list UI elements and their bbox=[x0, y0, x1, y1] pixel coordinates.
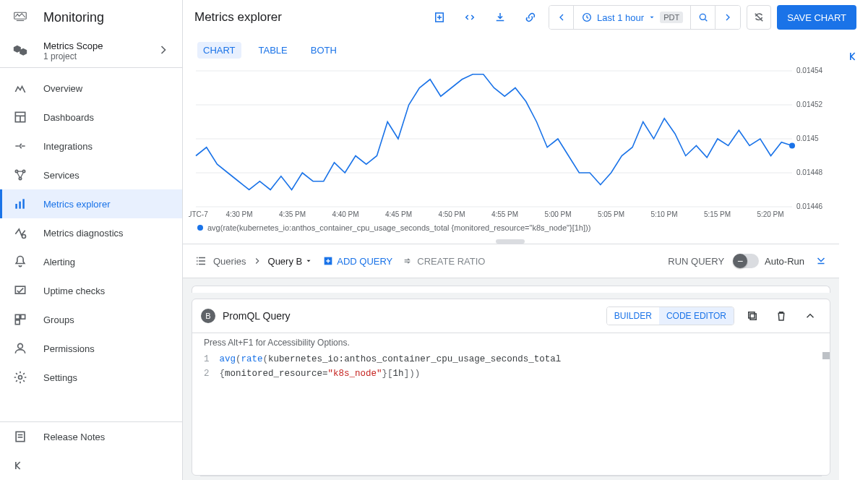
sidebar-item-release-notes[interactable]: Release Notes bbox=[0, 422, 182, 451]
svg-point-18 bbox=[19, 376, 22, 380]
create-ratio-button[interactable]: CREATE RATIO bbox=[403, 255, 485, 267]
zoom-icon bbox=[697, 12, 709, 23]
metrics-scope-selector[interactable]: Metrics Scope 1 project bbox=[0, 35, 182, 68]
delete-query-button[interactable] bbox=[770, 305, 792, 327]
svg-text:0.01448: 0.01448 bbox=[796, 168, 823, 176]
list-icon bbox=[194, 254, 207, 267]
save-chart-button[interactable]: SAVE CHART bbox=[777, 5, 856, 30]
sidebar-item-settings[interactable]: Settings bbox=[0, 363, 182, 392]
svg-text:5:00 PM: 5:00 PM bbox=[544, 210, 571, 218]
code-button[interactable] bbox=[457, 5, 482, 30]
svg-rect-16 bbox=[15, 320, 20, 325]
queries-label: Queries bbox=[213, 256, 246, 267]
sidebar-item-dashboards[interactable]: Dashboards bbox=[0, 103, 182, 132]
download-button[interactable] bbox=[488, 5, 512, 30]
overview-icon bbox=[13, 81, 27, 95]
svg-text:4:35 PM: 4:35 PM bbox=[279, 210, 306, 218]
nav-label: Alerting bbox=[43, 257, 75, 267]
svg-text:5:05 PM: 5:05 PM bbox=[598, 210, 624, 218]
clock-icon bbox=[581, 12, 593, 23]
collapse-all-button[interactable] bbox=[815, 254, 828, 269]
svg-point-47 bbox=[789, 142, 795, 148]
builder-mode-button[interactable]: BUILDER bbox=[607, 307, 659, 325]
sidebar: Monitoring Metrics Scope 1 project Overv… bbox=[0, 0, 183, 480]
svg-text:5:20 PM: 5:20 PM bbox=[757, 210, 783, 218]
panel-resize-handle[interactable] bbox=[496, 239, 525, 244]
integrations-icon bbox=[13, 139, 27, 153]
sidebar-item-metrics-diagnostics[interactable]: Metrics diagnostics bbox=[0, 218, 182, 247]
auto-refresh-off-button[interactable] bbox=[747, 5, 771, 30]
monitoring-logo-icon bbox=[13, 10, 27, 25]
code-editor[interactable]: 12 avg(rate(kubernetes_io:anthos_contain… bbox=[192, 352, 830, 475]
svg-rect-50 bbox=[749, 312, 755, 318]
editor-mode-segment: BUILDER CODE EDITOR bbox=[606, 307, 734, 325]
permissions-icon bbox=[13, 341, 27, 356]
chevron-left-icon bbox=[556, 12, 567, 23]
auto-run-label: Auto-Run bbox=[765, 256, 804, 267]
collapse-left-icon bbox=[12, 458, 26, 473]
sidebar-item-services[interactable]: Services bbox=[0, 160, 182, 189]
sidebar-item-overview[interactable]: Overview bbox=[0, 74, 182, 103]
download-icon bbox=[494, 11, 507, 24]
line-numbers: 12 bbox=[192, 352, 220, 381]
nav-label: Integrations bbox=[43, 141, 93, 152]
tab-table[interactable]: TABLE bbox=[253, 42, 293, 59]
nav-label: Overview bbox=[43, 83, 82, 94]
svg-text:0.01446: 0.01446 bbox=[796, 202, 823, 210]
sidebar-item-metrics-explorer[interactable]: Metrics explorer bbox=[0, 189, 182, 218]
timerange-zoom-button[interactable] bbox=[691, 5, 716, 30]
sync-off-icon bbox=[752, 11, 765, 24]
tab-both[interactable]: BOTH bbox=[305, 42, 343, 59]
tab-chart[interactable]: CHART bbox=[197, 42, 241, 59]
right-panel-expand-button[interactable] bbox=[839, 35, 868, 480]
settings-icon bbox=[13, 370, 27, 385]
sidebar-item-permissions[interactable]: Permissions bbox=[0, 334, 182, 363]
topbar: Metrics explorer Last 1 hour PDT SAVE CH… bbox=[183, 0, 868, 35]
copy-query-button[interactable] bbox=[742, 305, 763, 327]
auto-run-toggle[interactable]: − bbox=[734, 254, 759, 268]
collapse-query-button[interactable] bbox=[799, 305, 821, 327]
scope-title: Metrics Scope bbox=[43, 40, 103, 51]
run-query-button[interactable]: RUN QUERY bbox=[668, 256, 724, 267]
sidebar-collapse-button[interactable] bbox=[0, 451, 182, 480]
chevron-right-icon bbox=[252, 256, 262, 266]
add-note-button[interactable] bbox=[427, 5, 452, 30]
groups-icon bbox=[13, 312, 27, 327]
trash-icon bbox=[775, 309, 788, 322]
sidebar-item-integrations[interactable]: Integrations bbox=[0, 132, 182, 160]
timerange-prev-button[interactable] bbox=[549, 5, 574, 30]
current-query-dropdown[interactable]: Query B bbox=[268, 256, 313, 267]
timerange-picker: Last 1 hour PDT bbox=[549, 5, 741, 30]
link-button[interactable] bbox=[518, 5, 543, 30]
svg-rect-49 bbox=[750, 314, 756, 320]
expand-left-icon bbox=[846, 49, 861, 64]
chart-svg[interactable]: 0.014460.014480.01450.014520.01454UTC-74… bbox=[189, 67, 832, 220]
plus-box-icon bbox=[322, 255, 334, 267]
query-block: B PromQL Query BUILDER CODE EDITOR Press… bbox=[192, 299, 830, 476]
scrollbar-thumb[interactable] bbox=[822, 352, 830, 359]
timerange-label[interactable]: Last 1 hour PDT bbox=[574, 6, 691, 29]
timerange-next-button[interactable] bbox=[716, 5, 740, 30]
add-query-button[interactable]: ADD QUERY bbox=[322, 255, 392, 267]
query-badge: B bbox=[201, 309, 215, 323]
legend-label: avg(rate(kubernetes_io:anthos_container_… bbox=[207, 223, 590, 232]
sidebar-item-alerting[interactable]: Alerting bbox=[0, 247, 182, 276]
sidebar-item-uptime[interactable]: Uptime checks bbox=[0, 276, 182, 305]
svg-point-24 bbox=[700, 14, 705, 20]
svg-point-6 bbox=[15, 170, 17, 172]
code-editor-mode-button[interactable]: CODE EDITOR bbox=[659, 307, 734, 325]
scope-subtitle: 1 project bbox=[43, 51, 103, 61]
nav-label: Release Notes bbox=[43, 432, 105, 442]
release-notes-icon bbox=[13, 429, 27, 444]
nav-label: Services bbox=[43, 170, 80, 181]
svg-text:4:40 PM: 4:40 PM bbox=[332, 210, 358, 218]
svg-text:4:50 PM: 4:50 PM bbox=[438, 210, 465, 218]
services-icon bbox=[13, 168, 27, 182]
nav-label: Groups bbox=[43, 314, 74, 325]
svg-point-12 bbox=[22, 235, 26, 239]
svg-text:4:55 PM: 4:55 PM bbox=[491, 210, 518, 218]
toggle-knob-icon: − bbox=[733, 254, 747, 268]
svg-rect-15 bbox=[21, 314, 25, 319]
svg-rect-14 bbox=[15, 314, 20, 319]
sidebar-item-groups[interactable]: Groups bbox=[0, 305, 182, 334]
